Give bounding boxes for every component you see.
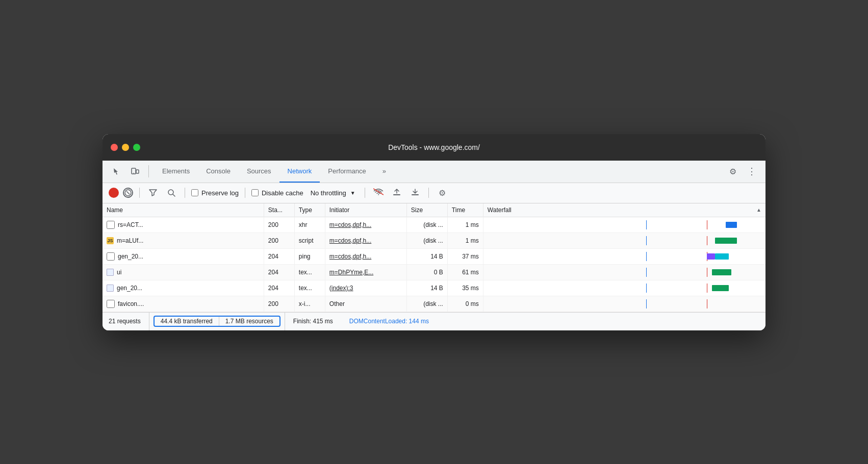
resource-name[interactable]: gen_20... <box>117 285 142 292</box>
img-file-icon <box>107 285 114 292</box>
cell-waterfall <box>483 217 765 233</box>
chevron-down-icon: ▼ <box>350 190 355 196</box>
wf-line-red <box>707 220 707 229</box>
device-icon <box>131 167 139 175</box>
table-row[interactable]: gen_20... 204 tex... (index):3 14 B 35 m… <box>103 280 765 296</box>
preserve-log-label[interactable]: Preserve log <box>191 189 239 197</box>
tab-list: Elements Console Sources Network Perform… <box>154 160 723 183</box>
resource-name[interactable]: favicon.... <box>118 300 144 307</box>
tab-elements[interactable]: Elements <box>154 160 198 183</box>
row-checkbox[interactable] <box>107 252 115 261</box>
cell-time: 35 ms <box>447 280 483 296</box>
svg-line-7 <box>373 189 384 195</box>
status-bar: 21 requests 44.4 kB transferred 1.7 MB r… <box>103 312 765 330</box>
table-row[interactable]: rs=ACT... 200 xhr m=cdos,dpf,h... (disk … <box>103 217 765 233</box>
col-header-initiator[interactable]: Initiator <box>325 203 406 217</box>
network-settings-button[interactable]: ⚙ <box>435 186 449 200</box>
search-button[interactable] <box>164 186 178 200</box>
cell-initiator: m=DhPYme,E... <box>325 264 406 280</box>
wifi-button[interactable] <box>371 186 386 200</box>
table-row[interactable]: gen_20... 204 ping m=cdos,dpf,h... 14 B … <box>103 248 765 264</box>
resource-name[interactable]: rs=ACT... <box>118 221 143 228</box>
tab-network[interactable]: Network <box>279 160 320 183</box>
close-button[interactable] <box>111 144 118 151</box>
download-button[interactable] <box>408 186 422 200</box>
disable-cache-label[interactable]: Disable cache <box>251 189 303 197</box>
window-controls <box>111 144 140 151</box>
resource-name[interactable]: gen_20... <box>118 253 143 260</box>
table-row[interactable]: JS m=aLUf... 200 script m=cdos,dpf,h... … <box>103 233 765 248</box>
window-title: DevTools - www.google.com/ <box>111 143 757 151</box>
nt-divider-1 <box>139 188 140 198</box>
inspect-element-button[interactable] <box>109 163 125 179</box>
col-header-type[interactable]: Type <box>294 203 325 217</box>
search-icon <box>168 189 175 197</box>
cell-status: 200 <box>264 233 294 248</box>
cursor-icon <box>113 167 121 175</box>
wf-line-red <box>707 299 707 308</box>
dots-icon: ⋮ <box>747 166 756 177</box>
wf-line-blue <box>646 268 647 277</box>
network-table-wrapper: Name Sta... Type Initiator Size Time Wat… <box>103 203 765 312</box>
resource-name[interactable]: ui <box>117 269 121 276</box>
initiator-link[interactable]: (index):3 <box>329 285 353 292</box>
gear-icon: ⚙ <box>729 167 736 176</box>
record-button[interactable] <box>109 188 119 198</box>
wf-line-blue <box>646 220 647 229</box>
svg-rect-1 <box>136 170 139 173</box>
wf-line-blue <box>646 299 647 308</box>
wf-line-blue <box>646 252 647 261</box>
cell-type: tex... <box>294 280 325 296</box>
initiator-link[interactable]: m=DhPYme,E... <box>329 269 373 276</box>
clear-button[interactable] <box>123 188 133 198</box>
cell-initiator: (index):3 <box>325 280 406 296</box>
throttle-selector[interactable]: No throttling ▼ <box>308 187 359 199</box>
upload-icon <box>393 188 401 198</box>
upload-button[interactable] <box>390 186 404 200</box>
more-options-button[interactable]: ⋮ <box>743 163 759 179</box>
tab-more[interactable]: » <box>374 160 394 183</box>
devtools-window: DevTools - www.google.com/ Elements Cons… <box>103 134 765 330</box>
cell-name: gen_20... <box>103 280 264 296</box>
cell-status: 204 <box>264 248 294 264</box>
col-header-status[interactable]: Sta... <box>264 203 294 217</box>
cell-waterfall <box>483 280 765 296</box>
col-header-size[interactable]: Size <box>406 203 447 217</box>
devtools-toolbar: Elements Console Sources Network Perform… <box>103 161 765 183</box>
row-checkbox[interactable] <box>107 221 115 229</box>
table-row[interactable]: favicon.... 200 x-i... Other (disk ... 0… <box>103 296 765 312</box>
col-header-name[interactable]: Name <box>103 203 264 217</box>
tab-performance[interactable]: Performance <box>320 160 374 183</box>
waterfall-visual <box>488 252 761 261</box>
resource-name[interactable]: m=aLUf... <box>117 237 143 244</box>
tab-sources[interactable]: Sources <box>239 160 279 183</box>
maximize-button[interactable] <box>133 144 140 151</box>
cell-size: 14 B <box>406 248 447 264</box>
cell-size: (disk ... <box>406 217 447 233</box>
initiator-link[interactable]: m=cdos,dpf,h... <box>329 237 371 244</box>
disable-cache-checkbox[interactable] <box>251 189 259 196</box>
filter-button[interactable] <box>146 186 160 200</box>
titlebar: DevTools - www.google.com/ <box>103 134 765 161</box>
waterfall-visual <box>488 220 761 229</box>
waterfall-visual <box>488 299 761 308</box>
col-header-time[interactable]: Time <box>447 203 483 217</box>
row-checkbox[interactable] <box>107 300 115 308</box>
initiator-link[interactable]: m=cdos,dpf,h... <box>329 253 371 260</box>
minimize-button[interactable] <box>122 144 129 151</box>
wf-line-red <box>707 236 707 245</box>
gear-icon-2: ⚙ <box>439 188 446 198</box>
preserve-log-checkbox[interactable] <box>191 189 198 196</box>
col-header-waterfall[interactable]: Waterfall ▲ <box>483 203 765 217</box>
device-toolbar-button[interactable] <box>127 163 143 179</box>
cell-time: 1 ms <box>447 233 483 248</box>
settings-button[interactable]: ⚙ <box>725 163 741 179</box>
table-row[interactable]: ui 204 tex... m=DhPYme,E... 0 B 61 ms <box>103 264 765 280</box>
tab-console[interactable]: Console <box>198 160 239 183</box>
initiator-link[interactable]: m=cdos,dpf,h... <box>329 221 371 228</box>
status-dom-content-loaded: DOMContentLoaded: 144 ms <box>341 313 437 330</box>
cell-type: ping <box>294 248 325 264</box>
filter-icon <box>149 189 157 196</box>
cell-name: favicon.... <box>103 296 264 312</box>
wf-bar <box>707 253 715 260</box>
